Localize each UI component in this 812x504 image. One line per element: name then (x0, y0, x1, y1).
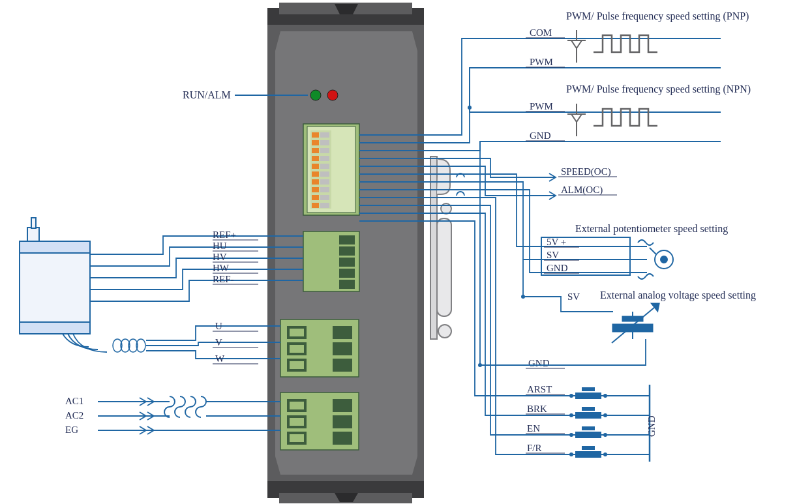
svg-rect-59 (27, 228, 39, 242)
svg-rect-115 (575, 412, 601, 419)
svg-rect-42 (290, 345, 304, 353)
svg-rect-111 (582, 387, 595, 391)
svg-rect-63 (20, 322, 90, 334)
svg-point-122 (569, 433, 573, 437)
hu-label: HU (213, 241, 227, 251)
switch-fr-icon (566, 446, 650, 458)
pot-gnd: GND (547, 263, 568, 273)
svg-rect-37 (333, 342, 352, 355)
ac1-label: AC1 (65, 396, 83, 406)
switch-en-icon (566, 426, 650, 438)
svg-rect-44 (290, 361, 304, 369)
svg-rect-20 (320, 171, 329, 177)
svg-rect-11 (312, 140, 319, 145)
svg-rect-23 (312, 187, 319, 192)
svg-rect-120 (575, 432, 601, 438)
svg-point-107 (478, 363, 482, 367)
svg-rect-28 (320, 203, 329, 208)
svg-point-98 (661, 256, 667, 263)
svg-rect-21 (312, 179, 319, 185)
fr-label: F/R (527, 443, 542, 453)
refn-label: REF- (213, 274, 234, 284)
svg-rect-24 (320, 187, 329, 192)
svg-rect-52 (290, 418, 304, 426)
pot-5v: 5V + (547, 237, 566, 247)
svg-rect-40 (290, 329, 304, 336)
power-terminal (280, 393, 359, 450)
svg-rect-38 (333, 359, 352, 372)
refp-label: REF+ (213, 230, 236, 240)
svg-rect-32 (339, 258, 355, 267)
svg-rect-47 (333, 415, 352, 428)
svg-point-127 (569, 452, 573, 456)
svg-rect-25 (312, 195, 319, 200)
ac2-label: AC2 (65, 410, 83, 421)
svg-rect-57 (437, 218, 451, 316)
arst-label: ARST (527, 384, 552, 394)
svg-line-105 (612, 304, 659, 343)
svg-rect-12 (320, 140, 329, 145)
svg-rect-60 (31, 218, 36, 228)
svg-rect-46 (333, 399, 352, 412)
w-label: W (215, 353, 225, 364)
svg-rect-110 (575, 393, 601, 399)
svg-rect-9 (312, 132, 319, 138)
pot-sv: SV (547, 250, 559, 260)
svg-rect-54 (290, 434, 304, 442)
switch-brk-icon (566, 407, 650, 419)
svg-rect-31 (339, 246, 355, 256)
svg-point-58 (438, 325, 451, 338)
motor-terminal (280, 319, 359, 377)
svg-rect-16 (320, 156, 329, 161)
run-led-icon (310, 90, 321, 100)
pot-title: External potentiometer speed setting (575, 223, 728, 235)
svg-rect-61 (20, 241, 90, 334)
svg-point-123 (603, 433, 607, 437)
svg-point-112 (569, 394, 573, 398)
svg-rect-15 (312, 156, 319, 161)
svg-rect-34 (339, 280, 355, 289)
brk-label: BRK (527, 404, 547, 414)
svg-rect-125 (575, 451, 601, 458)
svg-rect-33 (339, 269, 355, 278)
analog-title: External analog voltage speed setting (600, 289, 756, 301)
analog-sv: SV (567, 291, 580, 302)
svg-point-118 (603, 413, 607, 417)
alm-led-icon (327, 90, 338, 100)
svg-rect-36 (333, 326, 352, 339)
switch-arst-icon (566, 387, 650, 399)
alm-label: ALM(OC) (561, 185, 603, 196)
pnp-title: PWM/ Pulse frequency speed setting (PNP) (566, 10, 749, 22)
svg-point-113 (603, 394, 607, 398)
svg-rect-22 (320, 179, 329, 185)
svg-point-117 (569, 413, 573, 417)
svg-rect-14 (320, 148, 329, 153)
svg-rect-26 (320, 195, 329, 200)
hall-terminal (303, 231, 359, 291)
svg-point-128 (603, 452, 607, 456)
hw-label: HW (213, 263, 230, 273)
speed-label: SPEED(OC) (561, 166, 611, 177)
motor-icon (20, 218, 145, 352)
svg-rect-50 (290, 402, 304, 409)
svg-rect-55 (430, 156, 437, 339)
svg-rect-62 (20, 241, 90, 253)
side-clamp-icon (430, 156, 451, 339)
wiring-diagram: RUN/ALM REF+ HU HV HW REF- U V W AC1 AC2… (0, 0, 812, 504)
svg-rect-121 (582, 426, 595, 430)
svg-line-99 (650, 248, 656, 254)
pwm-label-npn: PWM (530, 101, 553, 111)
eg-label: EG (65, 424, 78, 435)
svg-rect-126 (582, 446, 595, 450)
svg-rect-19 (312, 171, 319, 177)
svg-rect-17 (312, 164, 319, 169)
svg-rect-48 (333, 432, 352, 445)
gnd-label-npn: GND (530, 130, 551, 141)
svg-rect-116 (582, 407, 595, 411)
u-label: U (215, 321, 222, 331)
svg-rect-30 (339, 235, 355, 245)
svg-rect-13 (312, 148, 319, 153)
svg-rect-27 (312, 203, 319, 208)
npn-title: PWM/ Pulse frequency speed setting (NPN) (566, 83, 751, 95)
v-label: V (215, 337, 222, 348)
